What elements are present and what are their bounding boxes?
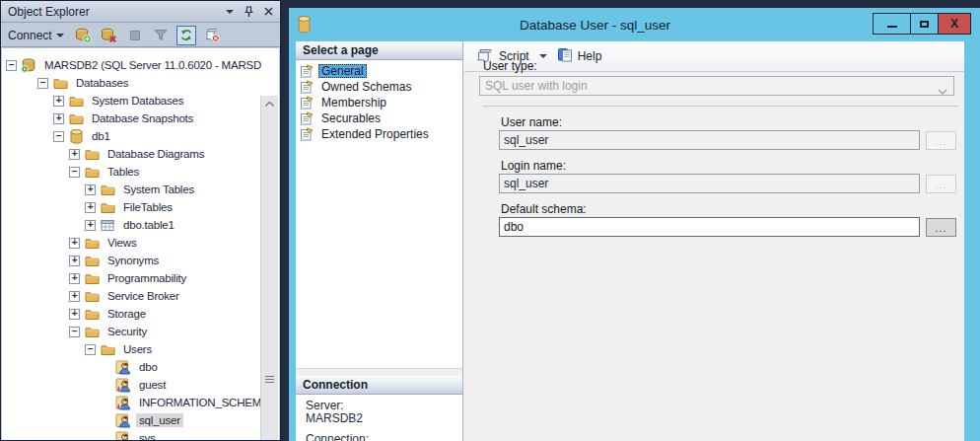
chevron-down-icon — [938, 84, 947, 98]
tree-item-dbo-table1[interactable]: +dbo.table1 — [2, 216, 261, 234]
tree-item-information-schem[interactable]: INFORMATION_SCHEM — [2, 394, 261, 411]
tree-item-label: Databases — [73, 76, 131, 90]
page-icon — [300, 80, 315, 94]
collapse-icon[interactable]: − — [37, 78, 48, 89]
tree-item-databases[interactable]: −Databases — [2, 74, 261, 92]
folder-icon — [100, 341, 115, 357]
disconnect-server-icon[interactable] — [100, 26, 119, 45]
tree-item-filetables[interactable]: +FileTables — [2, 198, 261, 216]
dialog-titlebar[interactable]: Database User - sql_user X — [289, 8, 980, 41]
tree-item-guest[interactable]: guest — [2, 376, 261, 394]
folder-icon — [68, 110, 84, 126]
tree-item-label: Storage — [105, 307, 149, 321]
window-position-icon[interactable] — [226, 10, 234, 14]
pin-icon[interactable] — [244, 6, 254, 18]
tree-item-users[interactable]: −Users — [2, 340, 261, 358]
login-name-label: Login name: — [501, 159, 566, 173]
tree-item-system-databases[interactable]: +System Databases — [2, 92, 261, 110]
tree-item-service-broker[interactable]: +Service Broker — [2, 287, 261, 305]
expand-icon[interactable]: + — [53, 113, 64, 124]
page-item-general[interactable]: General — [296, 63, 462, 79]
minimize-button[interactable] — [874, 14, 910, 34]
refresh-icon[interactable] — [176, 26, 196, 45]
expand-icon[interactable]: + — [85, 202, 96, 213]
page-item-extended-properties[interactable]: Extended Properties — [296, 126, 462, 142]
user-type-combobox: SQL user with login — [479, 76, 954, 96]
user-name-browse-button: ... — [926, 131, 956, 150]
page-item-owned-schemas[interactable]: Owned Schemas — [296, 79, 462, 95]
collapse-icon[interactable]: − — [53, 131, 64, 142]
collapse-icon[interactable]: − — [6, 60, 17, 71]
tree-item-dbo[interactable]: dbo — [2, 358, 261, 376]
folder-icon — [100, 199, 115, 215]
collapse-icon[interactable]: − — [69, 167, 80, 178]
expand-icon[interactable]: + — [69, 309, 80, 320]
user-type-label: User type: — [483, 59, 537, 73]
chevron-down-icon — [56, 34, 64, 37]
folder-icon — [84, 253, 100, 268]
expand-icon[interactable]: + — [69, 149, 80, 160]
server-label: Server: — [306, 399, 344, 412]
script-dropdown-icon[interactable] — [539, 54, 547, 58]
tree-item-label: Security — [105, 325, 150, 338]
page-item-label: Securables — [318, 111, 384, 125]
tree-item-system-tables[interactable]: +System Tables — [2, 181, 261, 198]
page-item-label: Extended Properties — [318, 127, 432, 141]
dialog-backdrop: Database User - sql_user X Select a page… — [281, 0, 980, 441]
help-button[interactable]: Help — [557, 47, 602, 65]
database-user-dialog: Database User - sql_user X Select a page… — [289, 8, 980, 441]
tree-item-marsdb2-sql-server-11-0-6020-marsd[interactable]: −MARSDB2 (SQL Server 11.0.6020 - MARSD — [2, 56, 261, 74]
page-item-securables[interactable]: Securables — [296, 110, 462, 126]
tree-item-views[interactable]: +Views — [2, 234, 261, 252]
maximize-button[interactable] — [910, 14, 938, 34]
default-schema-browse-button[interactable]: ... — [926, 218, 956, 237]
user-disabled-icon — [115, 430, 131, 440]
expand-icon[interactable]: + — [69, 256, 80, 266]
pane-divider — [296, 368, 462, 376]
close-icon[interactable] — [264, 7, 273, 16]
close-button[interactable]: X — [938, 14, 970, 34]
tree-item-synonyms[interactable]: +Synonyms — [2, 252, 261, 269]
tree-item-sys[interactable]: sys — [2, 429, 261, 440]
stop-icon — [125, 26, 145, 45]
expand-icon[interactable]: + — [53, 96, 64, 107]
user-icon — [115, 359, 131, 375]
tree-item-storage[interactable]: +Storage — [2, 305, 261, 323]
collapse-icon[interactable]: − — [85, 344, 96, 355]
scroll-up-icon[interactable] — [261, 96, 278, 112]
login-name-field — [499, 174, 920, 193]
object-explorer-toolbar: Connect — [1, 24, 280, 47]
tree-item-label: System Tables — [120, 183, 197, 196]
collapse-icon[interactable]: − — [69, 327, 80, 337]
tree-item-label: Tables — [105, 165, 142, 179]
expand-icon[interactable]: + — [85, 184, 96, 195]
tree-item-label: sys — [136, 431, 159, 440]
tree-scrollbar[interactable] — [260, 96, 278, 440]
tree-item-label: INFORMATION_SCHEM — [136, 396, 261, 409]
tree-item-security[interactable]: −Security — [2, 323, 261, 340]
tree-item-tables[interactable]: −Tables — [2, 163, 261, 181]
filter-icon — [151, 26, 171, 45]
object-explorer-title: Object Explorer — [8, 5, 226, 19]
user-disabled-icon — [115, 395, 131, 410]
tree-item-programmability[interactable]: +Programmability — [2, 269, 261, 287]
help-label: Help — [578, 49, 602, 63]
page-item-membership[interactable]: Membership — [296, 95, 462, 110]
expand-icon[interactable]: + — [69, 291, 80, 302]
default-schema-field[interactable] — [499, 217, 920, 237]
folder-icon — [84, 306, 100, 322]
expand-icon[interactable]: + — [69, 238, 80, 249]
expand-icon[interactable]: + — [69, 273, 80, 284]
connect-label: Connect — [8, 29, 52, 42]
scrollbar-thumb[interactable] — [265, 376, 274, 385]
expand-icon[interactable]: + — [85, 220, 96, 231]
user-disabled-icon — [115, 377, 131, 393]
connect-button[interactable]: Connect — [8, 29, 64, 42]
connect-server-icon[interactable] — [74, 26, 94, 45]
tree-item-db1[interactable]: −db1 — [2, 127, 261, 145]
page-icon — [300, 96, 315, 110]
tree-item-database-snapshots[interactable]: +Database Snapshots — [2, 110, 261, 127]
tree-item-database-diagrams[interactable]: +Database Diagrams — [2, 145, 261, 163]
tree-item-sql-user[interactable]: sql_user — [2, 411, 261, 429]
tree-item-label: FileTables — [120, 200, 175, 214]
